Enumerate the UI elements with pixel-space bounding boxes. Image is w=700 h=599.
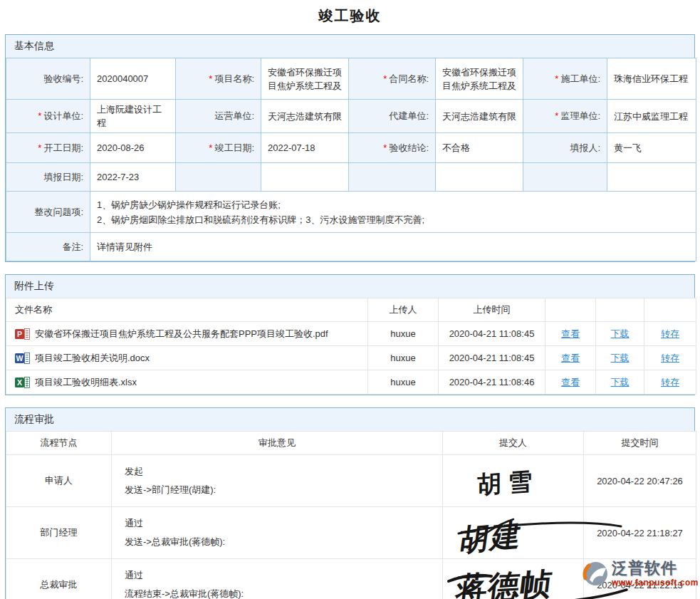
required-asterisk: *: [383, 142, 387, 153]
col-header-uploader: 上传人: [368, 298, 439, 322]
value-report-date: 2022-7-23: [90, 163, 176, 192]
vendor-watermark: 泛普软件 www.fanpusoft.com: [583, 561, 699, 587]
file-name-cell: W 项目竣工验收相关说明.docx: [6, 346, 368, 370]
label-report-date: 填报日期:: [6, 163, 90, 192]
value-construction-unit: 珠海信业环保工程: [607, 58, 696, 100]
value-acceptance-conclusion: 不合格: [436, 133, 523, 163]
basic-info-table: 验收编号: 2020040007 *项目名称: 安徽省环保搬迁项目焦炉系统工程及…: [6, 58, 696, 261]
col-header-action: [545, 298, 596, 322]
label-reporter: 填报人:: [523, 133, 607, 163]
submitter-cell: 胡雪: [443, 455, 584, 507]
value-completion-date: 2022-07-18: [261, 133, 349, 163]
word-file-icon: W: [15, 353, 30, 364]
label-acceptance-no: 验收编号:: [6, 58, 90, 100]
signature-hu-xue: 胡雪: [460, 462, 567, 499]
label-acceptance-conclusion: *验收结论:: [349, 133, 436, 163]
page-title: 竣工验收: [0, 8, 700, 24]
svg-text:W: W: [16, 354, 23, 363]
empty-label-cell: [176, 163, 261, 192]
empty-label-cell: [349, 163, 436, 192]
required-asterisk: *: [38, 142, 41, 153]
attachments-panel: 附件上传 文件名称 上传人 上传时间 P: [5, 274, 695, 395]
view-link[interactable]: 查看: [561, 353, 580, 363]
opinion-action: 通过: [125, 566, 438, 585]
basic-info-section-title: 基本信息: [6, 35, 694, 58]
col-header-action: [644, 298, 696, 322]
col-header-submit-time: 提交时间: [584, 432, 696, 455]
view-link[interactable]: 查看: [561, 328, 580, 339]
basic-info-panel: 基本信息 验收编号: 2020040007 *项目名称: 安徽省环保搬迁项目焦炉…: [5, 34, 695, 262]
upload-time-cell: 2020-04-21 11:08:45: [439, 322, 545, 346]
required-asterisk: *: [555, 110, 558, 121]
value-supervision-unit: 江苏中威监理工程: [607, 100, 696, 133]
file-name-cell: P 安徽省环保搬迁项目焦炉系统工程及公共服务配套PPP项目竣工验收.pdf: [6, 322, 368, 346]
upload-time-cell: 2020-04-21 11:08:46: [439, 370, 545, 395]
submit-time-cell: 2020-04-22 20:47:26: [584, 455, 696, 507]
value-contract-name: 安徽省环保搬迁项目焦炉系统工程及: [436, 58, 523, 100]
submit-time-cell: 2020-04-22 21:18:27: [584, 507, 696, 559]
label-start-date: *开工日期:: [6, 133, 90, 163]
download-link[interactable]: 下载: [611, 353, 630, 363]
submitter-cell: 胡建: [443, 507, 584, 559]
label-remark: 备注:: [6, 233, 90, 261]
opinion-route: 发送->部门经理(胡建):: [125, 481, 438, 499]
attachment-row: W 项目竣工验收相关说明.docx huxue 2020-04-21 11:08…: [6, 346, 696, 370]
label-completion-date: *竣工日期:: [176, 133, 261, 163]
required-asterisk: *: [383, 73, 387, 84]
col-header-submitter: 提交人: [443, 432, 584, 455]
col-header-flow-node: 流程节点: [6, 432, 112, 455]
approval-row: 部门经理 通过 发送->总裁审批(蒋德帧): 胡建 2020-04-22 21:…: [6, 507, 696, 559]
approval-opinion-cell: 发起 发送->部门经理(胡建):: [112, 455, 443, 507]
attachment-row: X 项目竣工验收明细表.xlsx huxue 2020-04-21 11:08:…: [6, 370, 696, 395]
col-header-approval-opinion: 审批意见: [112, 432, 443, 455]
excel-file-icon: X: [15, 377, 30, 388]
submitter-cell: 蒋德帧: [443, 559, 584, 599]
file-name-cell: X 项目竣工验收明细表.xlsx: [6, 370, 368, 395]
attachments-table: 文件名称 上传人 上传时间 P 安徽省环保搬迁项目焦炉系统工程及公共服务配套PP…: [6, 298, 696, 395]
required-asterisk: *: [38, 110, 41, 121]
svg-text:P: P: [17, 330, 22, 338]
save-as-link[interactable]: 转存: [661, 377, 679, 387]
file-name: 安徽省环保搬迁项目焦炉系统工程及公共服务配套PPP项目竣工验收.pdf: [35, 328, 328, 340]
opinion-action: 发起: [125, 462, 438, 481]
save-as-link[interactable]: 转存: [661, 328, 679, 339]
svg-text:X: X: [17, 378, 22, 387]
value-agent-unit: 天河志浩建筑有限: [436, 100, 523, 133]
value-start-date: 2020-08-26: [90, 133, 176, 163]
opinion-route: 发送->总裁审批(蒋德帧):: [125, 533, 438, 551]
svg-text:胡雪: 胡雪: [477, 467, 538, 499]
required-asterisk: *: [555, 73, 558, 84]
label-supervision-unit: *监理单位:: [523, 100, 607, 133]
empty-value-cell: [607, 163, 696, 192]
attachments-section-title: 附件上传: [6, 275, 694, 298]
download-link[interactable]: 下载: [611, 377, 630, 387]
save-as-link[interactable]: 转存: [661, 353, 679, 363]
value-reporter: 黄一飞: [607, 133, 696, 163]
view-link[interactable]: 查看: [561, 377, 580, 387]
flow-node-cell: 申请人: [6, 455, 112, 507]
value-design-unit: 上海阮建设计工程: [90, 100, 176, 133]
file-name: 项目竣工验收明细表.xlsx: [35, 376, 137, 389]
opinion-route: 流程结束->总裁审批(蒋德帧):: [125, 585, 438, 599]
opinion-action: 通过: [125, 514, 438, 533]
label-agent-unit: 代建单位:: [349, 100, 436, 133]
label-contract-name: *合同名称:: [349, 58, 436, 100]
svg-text:胡建: 胡建: [456, 516, 526, 558]
file-name: 项目竣工验收相关说明.docx: [35, 352, 150, 365]
label-operation-unit: 运营单位:: [176, 100, 261, 133]
uploader-cell: huxue: [368, 322, 439, 346]
value-project-name: 安徽省环保搬迁项目焦炉系统工程及: [261, 58, 349, 100]
col-header-upload-time: 上传时间: [439, 298, 545, 322]
approval-row: 申请人 发起 发送->部门经理(胡建): 胡雪 2020-04-22 20:47…: [6, 455, 696, 507]
empty-label-cell: [523, 163, 607, 192]
download-link[interactable]: 下载: [611, 328, 630, 339]
value-rectification-items: 1、锅炉房缺少锅炉操作规程和运行记录台账; 2、锅炉房烟囱除尘排放口和脱硫药剂没…: [90, 192, 696, 233]
value-acceptance-no: 2020040007: [90, 58, 176, 100]
label-project-name: *项目名称:: [176, 58, 261, 100]
flow-node-cell: 总裁审批: [6, 559, 112, 599]
approval-opinion-cell: 通过 流程结束->总裁审批(蒋德帧):: [112, 559, 443, 599]
brand-name: 泛普软件: [612, 561, 699, 576]
svg-text:蒋德帧: 蒋德帧: [453, 566, 555, 599]
upload-time-cell: 2020-04-21 11:08:45: [439, 346, 545, 370]
pdf-file-icon: P: [15, 328, 30, 340]
